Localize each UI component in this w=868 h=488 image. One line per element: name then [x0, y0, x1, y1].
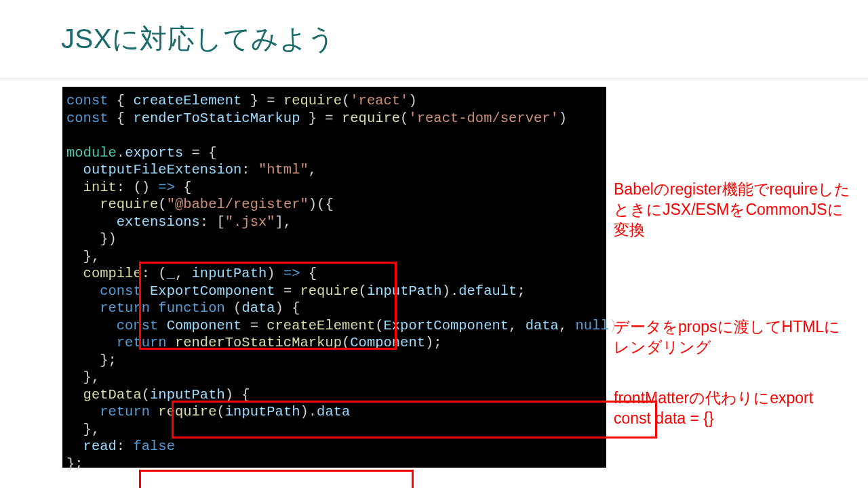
highlight-box-getdata [139, 470, 414, 488]
annotation-props: データをpropsに渡してHTMLにレンダリング [614, 317, 851, 357]
slide-title: JSXに対応してみよう [61, 20, 336, 58]
title-divider [0, 79, 868, 79]
annotation-frontmatter: frontMatterの代わりにexport const data = {} [614, 388, 851, 428]
slide: JSXに対応してみよう const { createElement } = re… [0, 0, 868, 488]
code-block: const { createElement } = require('react… [62, 87, 606, 468]
code-content: const { createElement } = require('react… [66, 92, 602, 472]
annotation-babel: Babelのregister機能でrequireしたときにJSX/ESMをCom… [614, 179, 851, 240]
